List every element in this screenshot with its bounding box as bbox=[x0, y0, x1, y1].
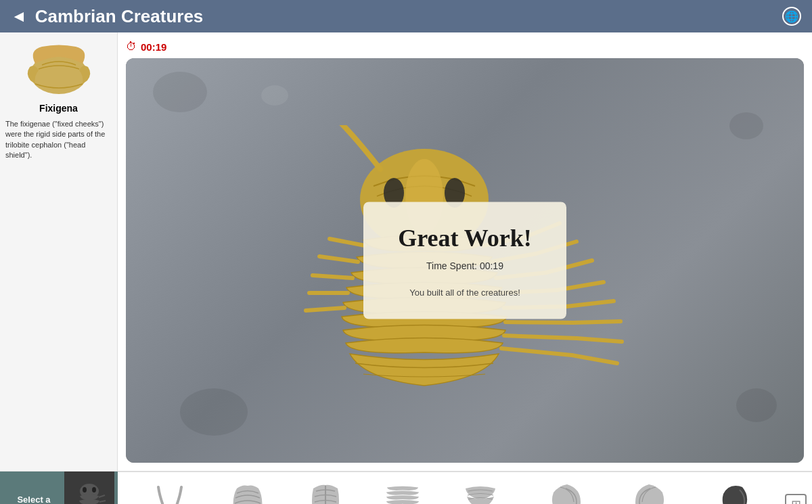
right-librigena-icon bbox=[545, 482, 583, 505]
pygidium-icon bbox=[461, 482, 499, 505]
part-eyes[interactable]: Eyes bbox=[714, 482, 752, 505]
success-time: Time Spent: 00:19 bbox=[396, 260, 534, 271]
svg-line-11 bbox=[504, 336, 577, 338]
part-antenna[interactable]: Antenna bbox=[151, 482, 189, 505]
success-modal: Great Work! Time Spent: 00:19 You built … bbox=[363, 202, 566, 319]
svg-line-28 bbox=[99, 501, 106, 502]
svg-line-20 bbox=[572, 355, 617, 363]
part-thorax[interactable]: Thorax bbox=[384, 482, 422, 505]
header: ◄ Cambrian Creatures 🌐 bbox=[0, 0, 812, 32]
part-left-librigena[interactable]: Left Librigena bbox=[629, 482, 674, 505]
svg-line-19 bbox=[577, 338, 622, 342]
svg-point-30 bbox=[83, 487, 87, 492]
svg-line-12 bbox=[501, 348, 572, 355]
svg-line-22 bbox=[319, 256, 358, 262]
svg-line-17 bbox=[566, 301, 614, 306]
svg-line-10 bbox=[505, 322, 573, 323]
svg-line-23 bbox=[313, 275, 353, 278]
fixigena-part-icon bbox=[229, 482, 267, 505]
antenna-icon bbox=[151, 482, 189, 505]
center-content: ⏱ 00:19 bbox=[118, 32, 812, 471]
app-title: Cambrian Creatures bbox=[35, 6, 204, 27]
svg-line-27 bbox=[99, 495, 105, 497]
trilobite-thumbnail[interactable]: Trilobite bbox=[64, 472, 114, 504]
trilobite-thumb-image bbox=[72, 480, 106, 504]
part-right-librigena[interactable]: Right Librigena bbox=[539, 482, 589, 505]
timer-display: 00:19 bbox=[141, 41, 166, 53]
timer-icon: ⏱ bbox=[126, 41, 137, 53]
left-librigena-icon bbox=[633, 482, 671, 505]
glabella-icon bbox=[307, 482, 344, 505]
svg-line-18 bbox=[573, 321, 621, 323]
thorax-icon bbox=[384, 482, 422, 505]
eyes-icon bbox=[714, 482, 752, 505]
part-glabella[interactable]: Glabella bbox=[307, 482, 344, 505]
bottom-bar: Select aSystem Trilobite bbox=[0, 471, 812, 504]
main-layout: Fixigena The fixigenae ("fixed cheeks") … bbox=[0, 32, 812, 471]
sidebar: Fixigena The fixigenae ("fixed cheeks") … bbox=[0, 32, 118, 471]
globe-icon[interactable]: 🌐 bbox=[782, 7, 801, 26]
part-pygidium[interactable]: Pygidium bbox=[461, 482, 499, 505]
success-message: You built all of the creatures! bbox=[396, 288, 534, 298]
add-to-tray-button[interactable]: ⊞ bbox=[785, 494, 807, 505]
canvas-area: Great Work! Time Spent: 00:19 You built … bbox=[126, 58, 804, 463]
select-system-label: Select aSystem bbox=[17, 495, 50, 505]
part-fixigena[interactable]: Fixigena bbox=[229, 482, 267, 505]
success-title: Great Work! bbox=[396, 224, 534, 252]
timer-row: ⏱ 00:19 bbox=[126, 41, 804, 53]
creature-image bbox=[18, 43, 99, 97]
header-left: ◄ Cambrian Creatures bbox=[11, 6, 203, 27]
back-button[interactable]: ◄ bbox=[11, 7, 27, 26]
creature-name: Fixigena bbox=[39, 103, 78, 114]
svg-line-25 bbox=[306, 308, 344, 311]
svg-point-31 bbox=[92, 487, 96, 492]
parts-tray: Antenna Fixigena bbox=[118, 482, 785, 505]
creature-description: The fixigenae ("fixed cheeks") were the … bbox=[5, 119, 112, 161]
select-system-button[interactable]: Select aSystem bbox=[3, 472, 64, 504]
svg-line-21 bbox=[330, 239, 365, 246]
system-selector: Select aSystem Trilobite bbox=[0, 472, 118, 504]
fixigena-image bbox=[22, 43, 96, 97]
